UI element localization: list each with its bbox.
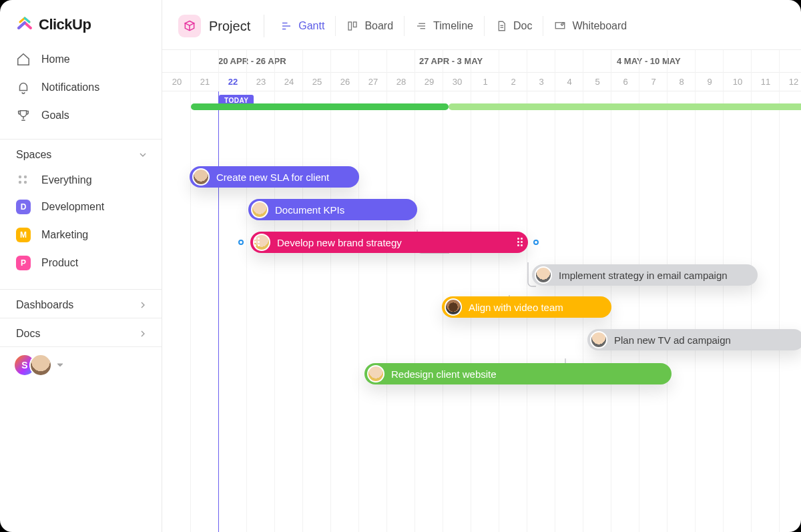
user-initial: S (21, 360, 27, 370)
task-redesign[interactable]: Redesign client website (364, 363, 672, 384)
task-kpis[interactable]: Document KPIs (248, 199, 417, 220)
user-switcher[interactable]: S (0, 347, 162, 387)
nav-notifications[interactable]: Notifications (5, 73, 156, 101)
day-cell: 2 (499, 73, 527, 91)
day-cell: 10 (724, 73, 752, 91)
main-area: Project Gantt Board Timeline Doc (162, 0, 801, 532)
day-cell: 4 (555, 73, 583, 91)
task-label: Align with video team (469, 302, 563, 313)
day-cell: 26 (331, 73, 359, 91)
trophy-icon (16, 108, 31, 123)
day-cell: 21 (191, 73, 219, 91)
tab-gantt[interactable]: Gantt (270, 16, 336, 36)
chevron-right-icon (138, 300, 148, 310)
primary-nav: Home Notifications Goals (0, 45, 162, 129)
section-dashboards-label: Dashboards (16, 299, 73, 311)
spaces-list: Everything D Development M Marketing P P… (0, 168, 162, 277)
tab-doc-label: Doc (513, 20, 532, 32)
space-badge-d: D (16, 200, 31, 214)
svg-point-3 (24, 181, 27, 184)
space-marketing[interactable]: M Marketing (5, 221, 156, 249)
task-label: Implement strategy in email campaign (559, 270, 728, 281)
task-label: Develop new brand strategy (277, 237, 402, 248)
project-chip[interactable]: Project (178, 15, 264, 37)
tab-gantt-label: Gantt (298, 20, 324, 32)
day-cell: 12 (780, 73, 801, 91)
day-cell: 6 (611, 73, 639, 91)
assignee-avatar (192, 168, 210, 186)
day-cell: 3 (527, 73, 555, 91)
project-icon (178, 15, 201, 37)
task-label: Redesign client website (391, 368, 497, 380)
task-email[interactable]: Implement strategy in email campaign (532, 264, 758, 286)
svg-rect-14 (556, 23, 565, 29)
day-cell: 5 (583, 73, 611, 91)
section-spaces[interactable]: Spaces (0, 140, 162, 168)
section-docs[interactable]: Docs (0, 318, 162, 346)
space-badge-p: P (16, 256, 31, 270)
nav-goals[interactable]: Goals (5, 101, 156, 129)
nav-home[interactable]: Home (5, 45, 156, 73)
assignee-avatar (535, 266, 552, 284)
day-cell: 29 (415, 73, 443, 91)
day-cell: 30 (443, 73, 471, 91)
section-dashboards[interactable]: Dashboards (0, 290, 162, 318)
tab-doc[interactable]: Doc (485, 16, 543, 36)
board-icon (346, 20, 358, 32)
day-cell: 22 (219, 73, 247, 91)
gantt-chart[interactable]: 20 APR - 26 APR 27 APR - 3 MAY 4 MAY - 1… (162, 50, 801, 532)
tab-timeline-label: Timeline (433, 20, 473, 32)
space-product[interactable]: P Product (5, 249, 156, 277)
task-video[interactable]: Align with video team (442, 296, 611, 318)
nav-home-label: Home (41, 53, 70, 65)
project-title: Project (209, 19, 250, 34)
tab-board[interactable]: Board (336, 16, 405, 36)
space-everything-label: Everything (41, 174, 92, 186)
day-cell: 28 (387, 73, 415, 91)
gantt-icon (280, 20, 292, 32)
svg-rect-7 (348, 22, 352, 30)
brand-name: ClickUp (39, 16, 91, 33)
drag-handle-icon[interactable] (254, 238, 261, 246)
space-development[interactable]: D Development (5, 193, 156, 221)
clickup-logo-icon (16, 16, 33, 33)
bell-icon (16, 80, 31, 95)
task-brand[interactable]: Develop new brand strategy (250, 232, 528, 253)
day-cell: 27 (359, 73, 387, 91)
tab-whiteboard[interactable]: Whiteboard (543, 16, 637, 36)
day-scale: 2021222324252627282930123456789101112 (162, 73, 801, 91)
chevron-right-icon (138, 328, 148, 339)
doc-icon (495, 20, 507, 32)
tab-timeline[interactable]: Timeline (405, 16, 485, 36)
day-cell: 8 (668, 73, 696, 91)
whiteboard-icon (554, 20, 566, 32)
task-sla[interactable]: Create new SLA for client (190, 166, 359, 188)
assignee-avatar (367, 365, 384, 382)
task-label: Plan new TV ad campaign (614, 334, 731, 346)
view-tabs: Gantt Board Timeline Doc Whiteboard (270, 16, 637, 36)
app-window: ClickUp Home Notifications Goals Spaces (0, 0, 801, 532)
home-icon (16, 52, 31, 67)
task-tvad[interactable]: Plan new TV ad campaign (587, 329, 801, 350)
week-label: 4 MAY - 10 MAY (617, 56, 681, 66)
section-spaces-label: Spaces (16, 149, 51, 161)
section-docs-label: Docs (16, 328, 40, 340)
svg-rect-8 (354, 22, 357, 27)
dependency-handle[interactable] (533, 240, 539, 245)
task-label: Create new SLA for client (216, 172, 329, 183)
space-marketing-label: Marketing (41, 229, 88, 241)
brand-logo[interactable]: ClickUp (0, 0, 162, 45)
space-development-label: Development (41, 201, 104, 213)
drag-handle-icon[interactable] (517, 238, 524, 246)
tab-whiteboard-label: Whiteboard (572, 20, 627, 32)
day-cell: 11 (752, 73, 780, 91)
day-cell: 23 (247, 73, 275, 91)
space-everything[interactable]: Everything (5, 168, 156, 193)
week-label: 20 APR - 26 APR (218, 56, 286, 66)
nav-notifications-label: Notifications (41, 81, 99, 93)
day-cell: 25 (303, 73, 331, 91)
caret-down-icon (56, 361, 64, 369)
svg-point-0 (19, 176, 21, 178)
gantt-canvas: TODAY Create new SLA for clientDocument … (162, 91, 801, 532)
dependency-handle[interactable] (238, 240, 244, 245)
